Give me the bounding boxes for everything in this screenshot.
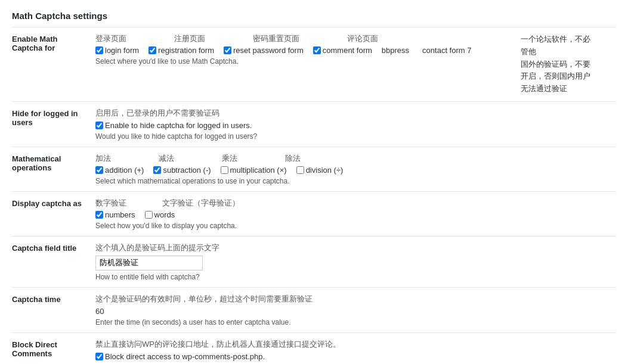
checkbox-register[interactable]: registration form	[149, 46, 214, 55]
captcha-time-label: Captcha time	[12, 295, 61, 304]
header-register: 注册页面	[174, 33, 205, 44]
captcha-field-input[interactable]	[95, 256, 203, 270]
header-comment: 评论页面	[347, 33, 378, 44]
checkbox-addition[interactable]: addition (+)	[95, 166, 144, 175]
header-addition: 加法	[95, 153, 111, 164]
checkbox-login[interactable]: login form	[95, 46, 139, 55]
enable-captcha-label: Enable Math Captcha for	[12, 35, 58, 52]
header-reset-pw: 密码重置页面	[253, 33, 299, 44]
note-3: 国外的验证码，不要	[521, 58, 616, 71]
checkbox-words[interactable]: words	[145, 210, 175, 219]
enable-captcha-hint: Select where you'd like to use Math Capt…	[95, 57, 503, 66]
checkbox-hide-logged[interactable]: Enable to hide captcha for logged in use…	[95, 121, 252, 130]
hide-logged-chinese: 启用后，已登录的用户不需要验证码	[95, 108, 616, 119]
block-direct-chinese: 禁止直接访问WP的评论接口地址，防止机器人直接通过接口提交评论。	[95, 339, 616, 350]
checkbox-division[interactable]: division (÷)	[296, 166, 344, 175]
note-5: 无法通过验证	[521, 83, 616, 95]
note-1: 一个论坛软件，不必	[521, 33, 616, 46]
display-captcha-label: Display captcha as	[12, 199, 82, 208]
hide-logged-hint: Would you like to hide captcha for logge…	[95, 132, 616, 141]
captcha-time-chinese: 这个是验证码的有效时间，单位秒，超过这个时间需要重新验证	[95, 294, 616, 304]
note-2: 管他	[521, 46, 616, 58]
checkbox-comment[interactable]: comment form	[313, 46, 372, 55]
header-multiplication: 乘法	[222, 153, 237, 164]
math-ops-label: Mathematical operations	[12, 154, 61, 172]
contact-form-label: contact form 7	[422, 46, 471, 55]
header-division: 除法	[285, 153, 301, 164]
captcha-time-value: 60	[95, 307, 616, 316]
math-ops-hint: Select which mathematical operations to …	[95, 177, 616, 185]
header-login: 登录页面	[95, 33, 126, 44]
captcha-field-hint: How to entitle field with captcha?	[95, 273, 616, 281]
header-subtraction: 减法	[159, 153, 174, 164]
checkbox-reset[interactable]: reset password form	[224, 46, 304, 55]
note-4: 开启，否则国内用户	[521, 70, 616, 83]
checkbox-block-direct[interactable]: Block direct access to wp-comments-post.…	[95, 352, 265, 361]
block-direct-label: Block Direct Comments	[12, 340, 57, 358]
bbpress-label: bbpress	[382, 46, 409, 55]
hide-logged-label: Hide for logged in users	[12, 109, 78, 127]
checkbox-numbers[interactable]: numbers	[95, 210, 135, 219]
header-words: 文字验证（字母验证）	[162, 198, 240, 209]
display-captcha-hint: Select how you'd like to display you cap…	[95, 222, 616, 230]
captcha-time-hint: Enter the time (in seconds) a user has t…	[95, 318, 616, 326]
captcha-field-chinese: 这个填入的是验证码上面的提示文字	[95, 242, 616, 253]
page-title: Math Captcha settings	[12, 6, 616, 27]
checkbox-multiplication[interactable]: multiplication (×)	[221, 166, 287, 175]
header-numbers: 数字验证	[95, 198, 126, 209]
checkbox-subtraction[interactable]: subtraction (-)	[153, 166, 211, 175]
captcha-field-title-label: Captcha field title	[12, 244, 76, 253]
